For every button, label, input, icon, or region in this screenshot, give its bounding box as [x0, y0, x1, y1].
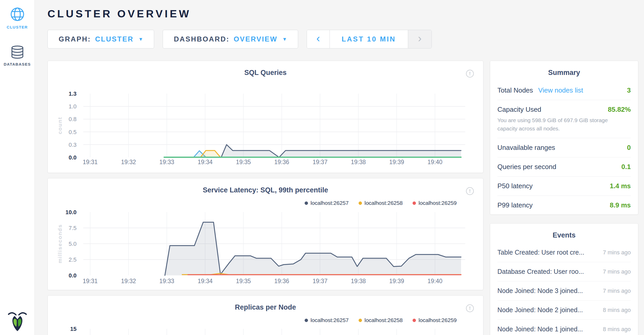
time-prev-button[interactable]: ‹: [307, 30, 330, 48]
svg-text:19:35: 19:35: [236, 278, 251, 284]
dashboard-dropdown[interactable]: DASHBOARD: OVERVIEW ▾: [163, 30, 298, 48]
service-latency-chart[interactable]: 19:3119:3219:3319:3419:3519:3619:3719:38…: [54, 207, 477, 289]
svg-text:5.0: 5.0: [68, 241, 77, 247]
legend-item: localhost:26258: [359, 200, 403, 206]
sql-queries-chart[interactable]: 19:3119:3219:3319:3419:3519:3619:3719:38…: [54, 85, 477, 171]
view-nodes-link[interactable]: View nodes list: [538, 86, 583, 94]
summary-value: 8.9 ms: [610, 201, 631, 209]
chart-title: SQL Queries: [48, 69, 483, 77]
svg-text:0.0: 0.0: [68, 154, 77, 161]
legend-dot: [413, 201, 416, 205]
svg-text:19:39: 19:39: [389, 278, 404, 284]
event-row: Database Created: User roo... 7 mins ago: [497, 262, 631, 281]
dashboard-dropdown-label: DASHBOARD:: [174, 35, 230, 43]
svg-text:19:33: 19:33: [159, 159, 174, 165]
capacity-subtext: You are using 598.9 GiB of 697.9 GiB sto…: [497, 116, 631, 132]
svg-text:19:33: 19:33: [159, 278, 174, 284]
legend-item: localhost:26259: [413, 317, 457, 323]
svg-text:2.5: 2.5: [68, 256, 77, 263]
svg-text:19:36: 19:36: [274, 159, 289, 165]
sidebar-item-databases[interactable]: DATABASES: [0, 45, 35, 66]
summary-label: P99 latency: [497, 201, 533, 209]
summary-row-total-nodes: Total Nodes View nodes list 3: [497, 81, 631, 100]
event-row: Node Joined: Node 3 joined... 7 mins ago: [497, 281, 631, 301]
summary-label: Total Nodes: [497, 86, 533, 94]
svg-text:19:36: 19:36: [274, 278, 289, 284]
chart-title: Replicas per Node: [48, 303, 483, 311]
summary-row-p99-latency: P99 latency 8.9 ms: [497, 196, 631, 215]
svg-text:0.3: 0.3: [68, 142, 77, 148]
legend-dot: [359, 319, 362, 322]
info-icon[interactable]: !: [466, 187, 474, 195]
summary-value: 85.82%: [608, 106, 631, 114]
event-time: 8 mins ago: [603, 307, 631, 313]
legend-item: localhost:26259: [413, 200, 457, 206]
dashboard-dropdown-value: OVERVIEW: [234, 35, 278, 43]
summary-panel: Summary Total Nodes View nodes list 3 Ca…: [490, 61, 638, 215]
replicas-per-node-chart[interactable]: 19:3119:3219:3319:3419:3519:3619:3719:38…: [54, 325, 477, 335]
summary-row-capacity: Capacity Used 85.82% You are using 598.9…: [497, 100, 631, 138]
controls-bar: GRAPH: CLUSTER ▾ DASHBOARD: OVERVIEW ▾ ‹…: [47, 30, 638, 48]
legend-dot: [359, 201, 362, 205]
event-text: Database Created: User roo...: [497, 268, 584, 275]
sidebar: CLUSTER DATABASES: [0, 0, 35, 335]
svg-text:19:31: 19:31: [83, 159, 98, 165]
svg-text:1.3: 1.3: [68, 90, 77, 97]
event-row: Table Created: User root cre... 7 mins a…: [497, 243, 631, 262]
sidebar-item-label: DATABASES: [0, 62, 35, 66]
globe-icon: [10, 7, 25, 23]
sidebar-item-label: CLUSTER: [0, 25, 35, 29]
event-time: 7 mins ago: [603, 268, 631, 275]
summary-value: 3: [627, 86, 631, 94]
summary-value: 0: [627, 144, 631, 152]
svg-text:1.0: 1.0: [68, 103, 77, 110]
chart-card-service-latency: Service Latency: SQL, 99th percentile ! …: [47, 178, 483, 290]
dashboard-body: SQL Queries ! 19:3119:3219:3319:3419:351…: [47, 61, 638, 335]
summary-label: Queries per second: [497, 163, 556, 171]
svg-text:19:34: 19:34: [198, 159, 213, 165]
event-text: Node Joined: Node 2 joined...: [497, 306, 583, 314]
svg-text:0.0: 0.0: [68, 272, 77, 279]
time-range-button[interactable]: LAST 10 MIN: [330, 30, 408, 48]
event-time: 7 mins ago: [603, 288, 631, 294]
svg-text:19:34: 19:34: [198, 278, 213, 284]
info-icon[interactable]: !: [466, 304, 474, 312]
cockroachdb-logo: [8, 311, 27, 333]
chevron-left-icon: ‹: [316, 32, 320, 45]
legend-dot: [305, 201, 308, 205]
event-time: 7 mins ago: [603, 249, 631, 256]
page-title: CLUSTER OVERVIEW: [47, 8, 638, 20]
time-next-button[interactable]: ›: [408, 30, 431, 48]
caret-down-icon: ▾: [283, 36, 287, 43]
event-row: Node Joined: Node 2 joined... 8 mins ago: [497, 301, 631, 320]
legend-item: localhost:26257: [305, 317, 349, 323]
summary-row-unavailable-ranges: Unavailable ranges 0: [497, 138, 631, 157]
legend-dot: [305, 319, 308, 322]
svg-text:19:37: 19:37: [313, 278, 328, 284]
svg-text:0.5: 0.5: [68, 129, 77, 135]
graph-dropdown-value: CLUSTER: [95, 35, 134, 43]
svg-text:0.8: 0.8: [68, 116, 77, 122]
graph-dropdown[interactable]: GRAPH: CLUSTER ▾: [47, 30, 154, 48]
summary-label: P50 latency: [497, 182, 533, 190]
svg-text:milliseconds: milliseconds: [57, 224, 63, 263]
time-window-selector: ‹ LAST 10 MIN ›: [307, 30, 432, 48]
summary-title: Summary: [497, 69, 631, 77]
sidebar-item-cluster[interactable]: CLUSTER: [0, 7, 35, 29]
summary-value: 0.1: [621, 163, 631, 171]
events-panel: Events Table Created: User root cre... 7…: [490, 223, 638, 335]
info-icon[interactable]: !: [466, 70, 474, 78]
event-text: Node Joined: Node 1 joined...: [497, 325, 583, 333]
svg-text:15: 15: [70, 326, 77, 332]
legend-item: localhost:26257: [305, 200, 349, 206]
chevron-right-icon: ›: [418, 32, 422, 45]
chart-card-sql-queries: SQL Queries ! 19:3119:3219:3319:3419:351…: [47, 61, 483, 173]
database-icon: [10, 45, 25, 60]
svg-text:19:38: 19:38: [351, 278, 366, 284]
caret-down-icon: ▾: [139, 36, 143, 43]
svg-text:count: count: [57, 117, 63, 134]
summary-value: 1.4 ms: [610, 182, 631, 190]
svg-text:19:37: 19:37: [313, 159, 328, 165]
summary-label: Unavailable ranges: [497, 144, 555, 152]
legend-dot: [413, 319, 416, 322]
